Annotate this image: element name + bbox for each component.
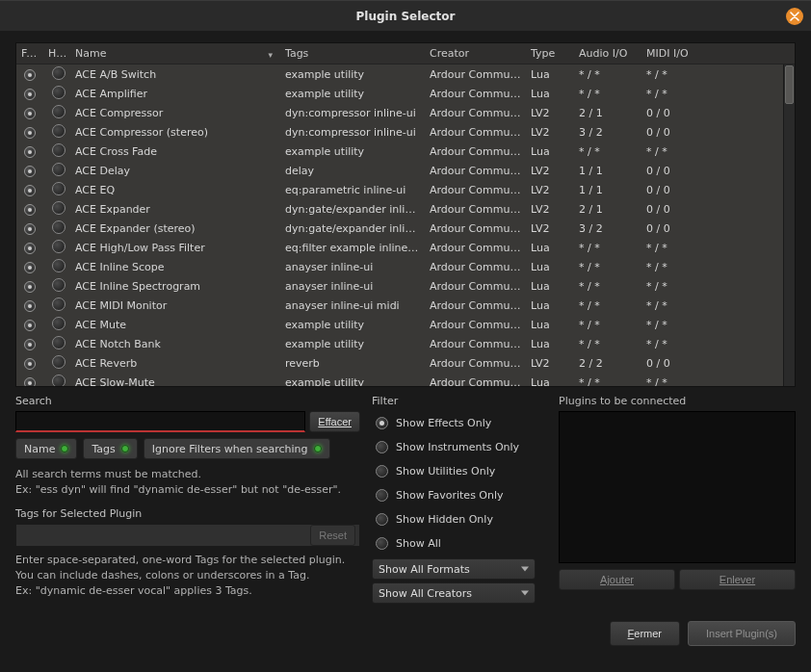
search-panel: Search Effacer Name Tags Ignore Filters …: [15, 395, 360, 604]
hide-radio[interactable]: [52, 336, 65, 349]
toggle-ignore-filters[interactable]: Ignore Filters when searching: [144, 438, 330, 459]
fav-radio[interactable]: [24, 281, 36, 293]
hide-radio[interactable]: [52, 278, 65, 292]
table-row[interactable]: ACE ReverbreverbArdour CommunityLV22 / 2…: [16, 353, 783, 373]
reset-tags-button[interactable]: Reset: [310, 525, 355, 546]
hide-radio[interactable]: [52, 143, 65, 157]
filter-instruments[interactable]: Show Instruments Only: [372, 435, 547, 459]
fav-radio[interactable]: [24, 320, 36, 331]
table-row[interactable]: ACE Notch Bankexample utilityArdour Comm…: [16, 334, 783, 353]
cell-name: ACE MIDI Monitor: [70, 299, 280, 312]
hide-radio[interactable]: [52, 201, 65, 215]
table-row[interactable]: ACE DelaydelayArdour CommunityLV21 / 10 …: [16, 161, 783, 180]
close-button[interactable]: [786, 8, 803, 25]
col-name[interactable]: Name▾: [70, 47, 280, 60]
col-fav[interactable]: Fav: [16, 47, 43, 60]
cell-type: LV2: [526, 126, 574, 139]
fav-radio[interactable]: [24, 204, 36, 216]
cell-creator: Ardour Community: [425, 319, 526, 331]
search-input[interactable]: [15, 411, 305, 432]
filter-hidden[interactable]: Show Hidden Only: [372, 507, 547, 531]
filter-all[interactable]: Show All: [372, 531, 547, 556]
cell-name: ACE Delay: [70, 165, 280, 177]
hide-radio[interactable]: [52, 297, 65, 311]
combo-formats[interactable]: Show All Formats: [372, 558, 536, 580]
vertical-scrollbar[interactable]: [783, 65, 795, 386]
col-audio[interactable]: Audio I/O: [574, 47, 641, 60]
clear-search-button[interactable]: Effacer: [309, 411, 360, 432]
table-row[interactable]: ACE Muteexample utilityArdour CommunityL…: [16, 315, 783, 334]
hide-radio[interactable]: [52, 317, 65, 330]
hide-radio[interactable]: [52, 240, 65, 253]
fav-radio[interactable]: [24, 262, 36, 273]
col-tags[interactable]: Tags: [280, 47, 425, 60]
fav-radio[interactable]: [24, 108, 36, 119]
hide-radio[interactable]: [52, 220, 65, 234]
table-row[interactable]: ACE Expanderdyn:gate/expander inline-uiA…: [16, 199, 783, 219]
fav-radio[interactable]: [24, 223, 36, 235]
hide-radio[interactable]: [52, 259, 65, 272]
remove-button[interactable]: Enlever: [679, 569, 796, 590]
toggle-search-tags[interactable]: Tags: [83, 438, 137, 459]
filter-label: Filter: [372, 395, 547, 407]
close-dialog-button[interactable]: Fermer: [610, 621, 680, 646]
insert-plugins-button[interactable]: Insert Plugin(s): [688, 621, 796, 646]
table-row[interactable]: ACE Inline Scopeanayser inline-uiArdour …: [16, 257, 783, 276]
col-hide[interactable]: Hide: [43, 47, 70, 60]
filter-favorites[interactable]: Show Favorites Only: [372, 483, 547, 507]
hide-radio[interactable]: [52, 375, 65, 387]
cell-midi: 0 / 0: [641, 184, 783, 196]
fav-radio[interactable]: [24, 127, 36, 139]
fav-radio[interactable]: [24, 377, 36, 387]
filter-utilities[interactable]: Show Utilities Only: [372, 459, 547, 483]
hide-radio[interactable]: [52, 182, 65, 195]
hide-radio[interactable]: [52, 124, 65, 138]
table-row[interactable]: ACE Compressordyn:compressor inline-uiAr…: [16, 103, 783, 122]
cell-creator: Ardour Community: [425, 338, 526, 350]
cell-type: Lua: [526, 145, 574, 158]
fav-radio[interactable]: [24, 69, 36, 81]
fav-radio[interactable]: [24, 146, 36, 158]
hide-radio[interactable]: [52, 163, 65, 176]
filter-effects[interactable]: Show Effects Only: [372, 411, 547, 435]
table-row[interactable]: ACE Expander (stereo)dyn:gate/expander i…: [16, 219, 783, 238]
fav-radio[interactable]: [24, 339, 36, 350]
combo-creators[interactable]: Show All Creators: [372, 582, 536, 604]
cell-tags: example utility: [280, 68, 425, 81]
table-row[interactable]: ACE High/Low Pass Filtereq:filter exampl…: [16, 238, 783, 257]
fav-radio[interactable]: [24, 300, 36, 312]
search-help-2: Ex: "ess dyn" will find "dynamic de-esse…: [15, 482, 360, 498]
fav-radio[interactable]: [24, 185, 36, 196]
col-midi[interactable]: MIDI I/O: [641, 47, 783, 60]
table-row[interactable]: ACE Amplifierexample utilityArdour Commu…: [16, 84, 783, 103]
tags-input-box[interactable]: Reset: [15, 524, 360, 547]
table-row[interactable]: ACE EQeq:parametric inline-uiArdour Comm…: [16, 180, 783, 199]
scrollbar-thumb[interactable]: [785, 65, 794, 104]
cell-midi: * / *: [641, 319, 783, 331]
search-label: Search: [15, 395, 360, 407]
table-row[interactable]: ACE Cross Fadeexample utilityArdour Comm…: [16, 142, 783, 161]
fav-radio[interactable]: [24, 243, 36, 254]
filter-panel: Filter Show Effects Only Show Instrument…: [372, 395, 547, 604]
table-row[interactable]: ACE MIDI Monitoranayser inline-ui midiAr…: [16, 296, 783, 315]
add-button[interactable]: Ajouter: [559, 569, 675, 590]
col-creator[interactable]: Creator: [425, 47, 526, 60]
col-type[interactable]: Type: [526, 47, 574, 60]
hide-radio[interactable]: [52, 355, 65, 369]
hide-radio[interactable]: [52, 105, 65, 118]
cell-tags: anayser inline-ui: [280, 280, 425, 293]
table-row[interactable]: ACE Slow-Muteexample utilityArdour Commu…: [16, 373, 783, 386]
fav-radio[interactable]: [24, 89, 36, 100]
fav-radio[interactable]: [24, 358, 36, 370]
table-row[interactable]: ACE Inline Spectrogramanayser inline-uiA…: [16, 276, 783, 296]
table-row[interactable]: ACE A/B Switchexample utilityArdour Comm…: [16, 65, 783, 84]
cell-audio: * / *: [574, 88, 641, 100]
table-row[interactable]: ACE Compressor (stereo)dyn:compressor in…: [16, 122, 783, 142]
hide-radio[interactable]: [52, 66, 65, 80]
toggle-search-name[interactable]: Name: [15, 438, 77, 459]
cell-name: ACE Cross Fade: [70, 145, 280, 158]
fav-radio[interactable]: [24, 166, 36, 177]
connect-list[interactable]: [559, 411, 796, 563]
cell-creator: Ardour Community: [425, 376, 526, 387]
hide-radio[interactable]: [52, 86, 65, 99]
